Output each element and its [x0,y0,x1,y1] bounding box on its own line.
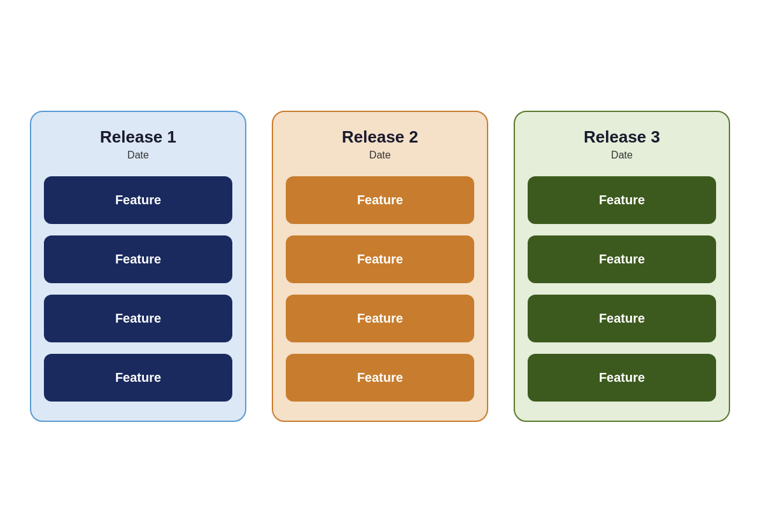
release-2-title: Release 2 [342,127,418,147]
feature-label-2-1: Feature [357,193,403,207]
release-2-date: Date [369,150,391,161]
feature-label-1-3: Feature [115,311,161,326]
feature-card-1-1[interactable]: Feature [44,176,232,224]
release-1-title: Release 1 [100,127,176,147]
feature-card-2-3[interactable]: Feature [286,295,474,342]
features-list-2: FeatureFeatureFeatureFeature [286,176,474,402]
release-3-date: Date [611,150,633,161]
feature-label-3-2: Feature [599,252,645,267]
feature-card-2-4[interactable]: Feature [286,354,474,402]
features-list-1: FeatureFeatureFeatureFeature [44,176,232,402]
feature-label-3-4: Feature [599,370,645,385]
feature-card-3-4[interactable]: Feature [528,354,716,402]
release-1-date: Date [127,150,149,161]
feature-card-1-2[interactable]: Feature [44,235,232,283]
feature-card-3-3[interactable]: Feature [528,295,716,342]
release-column-1: Release 1DateFeatureFeatureFeatureFeatur… [30,111,246,422]
feature-card-3-2[interactable]: Feature [528,235,716,283]
feature-card-3-1[interactable]: Feature [528,176,716,224]
feature-label-3-3: Feature [599,311,645,326]
release-3-title: Release 3 [584,127,660,147]
feature-card-2-1[interactable]: Feature [286,176,474,224]
feature-card-2-2[interactable]: Feature [286,235,474,283]
feature-label-1-1: Feature [115,193,161,207]
roadmap-container: Release 1DateFeatureFeatureFeatureFeatur… [11,92,749,441]
feature-label-2-2: Feature [357,252,403,267]
feature-label-1-4: Feature [115,370,161,385]
feature-label-2-4: Feature [357,370,403,385]
feature-card-1-3[interactable]: Feature [44,295,232,342]
feature-label-1-2: Feature [115,252,161,267]
feature-card-1-4[interactable]: Feature [44,354,232,402]
features-list-3: FeatureFeatureFeatureFeature [528,176,716,402]
feature-label-2-3: Feature [357,311,403,326]
feature-label-3-1: Feature [599,193,645,207]
release-column-2: Release 2DateFeatureFeatureFeatureFeatur… [272,111,488,422]
release-column-3: Release 3DateFeatureFeatureFeatureFeatur… [514,111,730,422]
